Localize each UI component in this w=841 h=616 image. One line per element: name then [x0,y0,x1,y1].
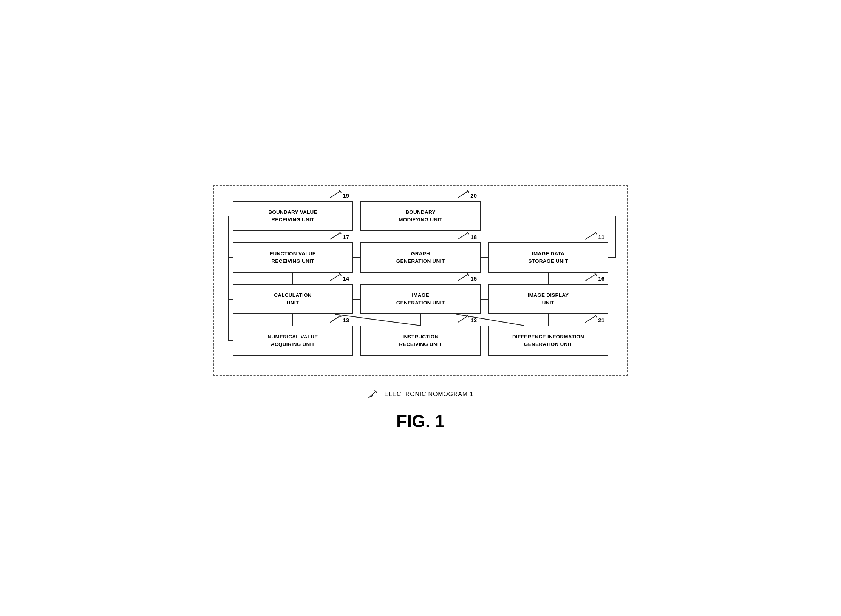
ref-11: 11 [585,232,604,240]
image-display-label: IMAGE DISPLAYUNIT [528,292,569,306]
cell-graph-generation: 18 GRAPHGENERATION UNIT [360,242,481,273]
boundary-modifying-label: BOUNDARYMODIFYING UNIT [399,208,442,223]
ref-number-16: 16 [598,275,604,282]
cell-boundary-value-receiving: 19 BOUNDARY VALUERECEIVING UNIT [233,201,353,231]
cell-difference-information-generation: 21 DIFFERENCE INFORMATIONGENERATION UNIT [488,326,608,356]
svg-line-36 [339,273,340,274]
svg-line-22 [340,191,341,193]
page-wrapper: 19 BOUNDARY VALUERECEIVING UNIT 20 BOUND… [213,185,628,431]
ref-number-14: 14 [343,275,349,282]
svg-line-21 [339,190,340,191]
ref-number-11: 11 [598,234,604,240]
ref-21: 21 [585,315,604,323]
svg-line-43 [596,274,597,276]
cell-image-display: 16 IMAGE DISPLAYUNIT [488,284,608,314]
image-data-storage-label: IMAGE DATASTORAGE UNIT [529,250,568,265]
nomogram-caption: ELECTRONIC NOMOGRAM 1 [368,389,473,400]
svg-line-29 [458,233,468,239]
svg-line-23 [458,191,468,198]
svg-line-55 [376,391,377,393]
numerical-value-acquiring-label: NUMERICAL VALUEACQUIRING UNIT [267,333,318,348]
ref-number-12: 12 [470,317,477,323]
calculation-unit: CALCULATIONUNIT [233,284,353,314]
ref-20: 20 [458,190,477,199]
ref-number-18: 18 [470,234,477,240]
boundary-value-receiving-unit: BOUNDARY VALUERECEIVING UNIT [233,201,353,231]
svg-line-42 [595,273,596,274]
ref-13: 13 [330,315,349,323]
cell-empty-r1c3 [488,201,608,231]
svg-line-40 [468,274,469,276]
svg-line-33 [595,232,596,233]
ref-number-13: 13 [343,317,349,323]
svg-line-37 [340,274,341,276]
svg-line-38 [458,274,468,281]
diagram-grid: 19 BOUNDARY VALUERECEIVING UNIT 20 BOUND… [233,201,608,356]
caption-area: ELECTRONIC NOMOGRAM 1 FIG. 1 [368,389,473,431]
image-display-unit: IMAGE DISPLAYUNIT [488,284,608,314]
difference-information-generation-unit: DIFFERENCE INFORMATIONGENERATION UNIT [488,326,608,356]
fig-label: FIG. 1 [396,411,445,431]
svg-line-54 [374,391,376,391]
image-generation-label: IMAGEGENERATION UNIT [396,292,445,306]
svg-line-27 [339,232,340,233]
boundary-modifying-unit: BOUNDARYMODIFYING UNIT [360,201,481,231]
ref-number-17: 17 [343,234,349,240]
svg-line-24 [467,190,468,191]
svg-line-34 [596,233,597,234]
svg-line-35 [330,274,340,281]
electronic-nomogram-label: ELECTRONIC NOMOGRAM 1 [384,391,473,398]
ref-12: 12 [458,315,477,323]
ref-17: 17 [330,232,349,240]
ref-14: 14 [330,273,349,282]
svg-line-44 [330,316,340,323]
svg-line-41 [585,274,596,281]
ref-number-15: 15 [470,275,477,282]
nomogram-ref-arrow [368,389,381,400]
ref-16: 16 [585,273,604,282]
svg-line-45 [339,315,340,316]
svg-line-48 [467,315,468,316]
ref-18: 18 [458,232,477,240]
svg-line-39 [467,273,468,274]
cell-calculation: 14 CALCULATIONUNIT [233,284,353,314]
graph-generation-label: GRAPHGENERATION UNIT [396,250,445,265]
svg-line-30 [467,232,468,233]
cell-image-data-storage: 11 IMAGE DATASTORAGE UNIT [488,242,608,273]
svg-line-47 [458,316,468,323]
svg-line-46 [340,316,341,317]
svg-line-51 [595,315,596,316]
function-value-receiving-unit: FUNCTION VALUERECEIVING UNIT [233,242,353,273]
svg-line-49 [468,316,469,317]
svg-line-32 [585,233,596,239]
svg-line-52 [596,316,597,317]
cell-numerical-value-acquiring: 13 NUMERICAL VALUEACQUIRING UNIT [233,326,353,356]
cell-image-generation: 15 IMAGEGENERATION UNIT [360,284,481,314]
cell-boundary-modifying: 20 BOUNDARYMODIFYING UNIT [360,201,481,231]
image-generation-unit: IMAGEGENERATION UNIT [360,284,481,314]
ref-number-19: 19 [343,192,349,199]
cell-function-value-receiving: 17 FUNCTION VALUERECEIVING UNIT [233,242,353,273]
instruction-receiving-unit: INSTRUCTIONRECEIVING UNIT [360,326,481,356]
diagram-container: 19 BOUNDARY VALUERECEIVING UNIT 20 BOUND… [233,201,608,356]
ref-number-21: 21 [598,317,604,323]
ref-number-20: 20 [470,192,477,199]
svg-line-31 [468,233,469,234]
function-value-receiving-label: FUNCTION VALUERECEIVING UNIT [270,250,316,265]
svg-line-50 [585,316,596,323]
svg-line-20 [330,191,340,198]
numerical-value-acquiring-unit: NUMERICAL VALUEACQUIRING UNIT [233,326,353,356]
outer-dashed-box: 19 BOUNDARY VALUERECEIVING UNIT 20 BOUND… [213,185,628,376]
svg-line-53 [368,391,376,398]
boundary-value-receiving-label: BOUNDARY VALUERECEIVING UNIT [268,208,317,223]
svg-line-25 [468,191,469,193]
instruction-receiving-label: INSTRUCTIONRECEIVING UNIT [399,333,442,348]
calculation-label: CALCULATIONUNIT [274,292,311,306]
ref-19: 19 [330,190,349,199]
svg-line-28 [340,233,341,234]
image-data-storage-unit: IMAGE DATASTORAGE UNIT [488,242,608,273]
ref-15: 15 [458,273,477,282]
cell-instruction-receiving: 12 INSTRUCTIONRECEIVING UNIT [360,326,481,356]
graph-generation-unit: GRAPHGENERATION UNIT [360,242,481,273]
svg-line-26 [330,233,340,239]
